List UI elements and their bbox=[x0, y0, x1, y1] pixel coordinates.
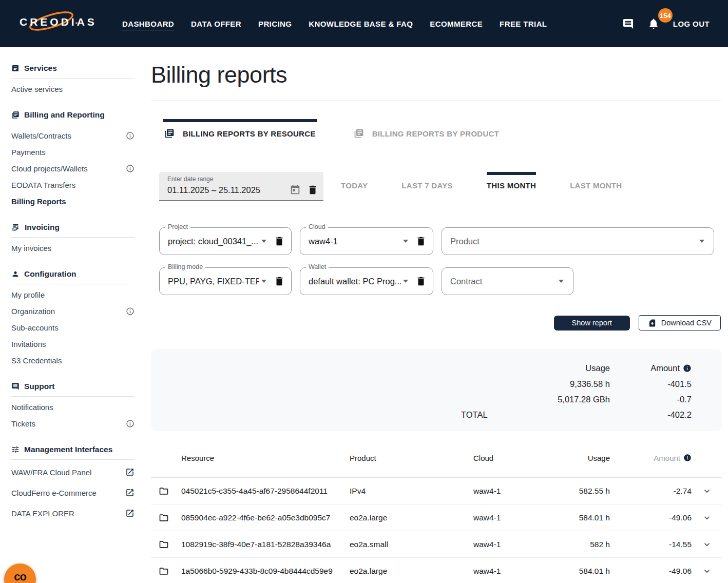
clear-date-trash-icon[interactable] bbox=[307, 184, 318, 196]
logout-button[interactable]: LOG OUT bbox=[673, 20, 710, 28]
sidebar-item-active-services[interactable]: Active services bbox=[11, 81, 135, 97]
external-link-icon bbox=[125, 468, 135, 477]
clear-project-trash-icon[interactable] bbox=[274, 236, 285, 247]
table-row: 1082919c-38f9-40e7-a181-52828a39346a eo2… bbox=[151, 531, 722, 558]
sidebar-item-my-profile[interactable]: My profile bbox=[11, 286, 135, 303]
sidebar-item-data-explorer[interactable]: DATA EXPLORER bbox=[11, 503, 135, 523]
divider bbox=[11, 237, 135, 238]
clear-wallet-trash-icon[interactable] bbox=[415, 276, 427, 287]
info-icon[interactable] bbox=[126, 307, 135, 316]
external-link-icon bbox=[125, 488, 135, 497]
external-link-icon bbox=[125, 509, 135, 518]
expand-row-icon[interactable] bbox=[692, 486, 722, 496]
date-range-input[interactable]: Enter date range 01.11.2025 – 25.11.2025 bbox=[159, 172, 323, 201]
header-cloud: Cloud bbox=[473, 454, 550, 462]
divider bbox=[11, 396, 135, 397]
header-usage: Usage bbox=[550, 454, 610, 462]
sidebar-item-payments[interactable]: Payments bbox=[11, 144, 135, 160]
wallet-select[interactable]: Wallet default wallet: PC Prog... bbox=[300, 267, 433, 295]
show-report-button[interactable]: Show report bbox=[554, 316, 630, 331]
main-content: Billing reports BILLING REPORTS BY RESOU… bbox=[151, 47, 728, 583]
summary-card: Usage Amount 9,336.58 h -401.5 5,017.28 … bbox=[151, 349, 722, 431]
clear-cloud-trash-icon[interactable] bbox=[415, 236, 427, 247]
sidebar-item-s3-credentials[interactable]: S3 Credentials bbox=[11, 352, 135, 368]
info-icon[interactable] bbox=[126, 164, 135, 173]
billing-reporting-icon bbox=[11, 111, 20, 119]
sidebar-item-organization[interactable]: Organization bbox=[11, 303, 135, 319]
folder-icon bbox=[151, 513, 181, 523]
nav-free-trial[interactable]: FREE TRIAL bbox=[500, 20, 547, 28]
support-icon bbox=[11, 382, 20, 391]
billing-mode-select[interactable]: Billing mode PPU, PAYG, FIXED-TERM bbox=[159, 267, 292, 295]
sidebar-item-cloudferro-ecommerce[interactable]: CloudFerro e-Commerce bbox=[11, 482, 135, 503]
header-resource: Resource bbox=[181, 454, 350, 462]
amount-info-icon[interactable] bbox=[683, 454, 692, 462]
info-icon[interactable] bbox=[126, 131, 135, 140]
table-row: 045021c5-c355-4a45-af67-2958644f2011 IPv… bbox=[151, 478, 722, 504]
top-navbar: CREODIAS DASHBOARD DATA OFFER PRICING KN… bbox=[0, 0, 728, 47]
feedback-comment-icon[interactable] bbox=[622, 18, 634, 30]
sidebar-item-tickets[interactable]: Tickets bbox=[11, 415, 135, 432]
sidebar-item-notifications[interactable]: Notifications bbox=[11, 399, 135, 415]
table-row: 1a5066b0-5929-433b-8c09-4b8444cd59e9 eo2… bbox=[151, 558, 722, 583]
configuration-icon bbox=[11, 270, 20, 278]
cloud-select-label: Cloud bbox=[306, 223, 328, 230]
sidebar-item-billing-reports[interactable]: Billing Reports bbox=[11, 193, 135, 209]
contract-select[interactable]: Contract bbox=[442, 267, 573, 295]
range-last-7-days[interactable]: LAST 7 DAYS bbox=[401, 172, 452, 190]
sidebar-item-cloud-projects-wallets[interactable]: Cloud projects/Wallets bbox=[11, 160, 135, 177]
divider bbox=[11, 459, 135, 460]
nav-data-offer[interactable]: DATA OFFER bbox=[191, 20, 241, 28]
table-row: 085904ec-a922-4f6e-be62-a05e3db095c7 eo2… bbox=[151, 504, 722, 531]
nav-knowledge-base[interactable]: KNOWLEDGE BASE & FAQ bbox=[309, 20, 413, 28]
nav-pricing[interactable]: PRICING bbox=[258, 20, 292, 28]
dropdown-caret-icon bbox=[559, 280, 564, 283]
sidebar-item-wallets-contracts[interactable]: Wallets/Contracts bbox=[11, 127, 135, 144]
clear-billing-mode-trash-icon[interactable] bbox=[274, 276, 285, 287]
range-last-month[interactable]: LAST MONTH bbox=[570, 172, 622, 190]
expand-row-icon[interactable] bbox=[692, 539, 722, 550]
file-download-icon bbox=[648, 319, 657, 327]
nav-dashboard[interactable]: DASHBOARD bbox=[122, 20, 174, 28]
table-header-row: Resource Product Cloud Usage Amount bbox=[151, 438, 722, 478]
dropdown-caret-icon bbox=[261, 280, 266, 283]
project-select-value: project: cloud_00341_... bbox=[168, 237, 259, 246]
creodias-logo[interactable]: CREODIAS bbox=[18, 10, 100, 37]
dropdown-caret-icon bbox=[261, 240, 266, 243]
expand-row-icon[interactable] bbox=[692, 513, 722, 523]
nav-ecommerce[interactable]: ECOMMERCE bbox=[430, 20, 483, 28]
cloud-select[interactable]: Cloud waw4-1 bbox=[300, 227, 433, 255]
download-csv-button[interactable]: Download CSV bbox=[639, 315, 721, 331]
summary-row: 9,336.58 h -401.5 bbox=[151, 376, 692, 392]
title-divider bbox=[151, 101, 722, 101]
info-icon[interactable] bbox=[126, 419, 135, 428]
sidebar-item-my-invoices[interactable]: My invoices bbox=[11, 240, 135, 256]
amount-info-icon[interactable] bbox=[683, 364, 692, 373]
sidebar-item-invitations[interactable]: Invitations bbox=[11, 336, 135, 352]
services-icon bbox=[11, 64, 20, 72]
library-books-icon bbox=[164, 128, 175, 139]
divider bbox=[11, 284, 135, 284]
tab-billing-reports-by-product[interactable]: BILLING REPORTS BY PRODUCT bbox=[353, 119, 501, 144]
calendar-icon[interactable] bbox=[290, 184, 301, 196]
summary-amount-header: Amount bbox=[610, 363, 692, 373]
dropdown-caret-icon bbox=[403, 240, 408, 243]
cloud-select-value: waw4-1 bbox=[309, 237, 401, 246]
billing-mode-select-label: Billing mode bbox=[165, 263, 205, 270]
project-select[interactable]: Project project: cloud_00341_... bbox=[159, 227, 292, 255]
product-select[interactable]: Product bbox=[442, 227, 714, 255]
date-range-value[interactable]: 01.11.2025 – 25.11.2025 bbox=[167, 185, 283, 195]
management-interfaces-icon bbox=[11, 445, 20, 454]
notifications-bell-icon[interactable] bbox=[647, 17, 660, 30]
sidebar-item-eodata-transfers[interactable]: EODATA Transfers bbox=[11, 177, 135, 193]
tab-billing-reports-by-resource[interactable]: BILLING REPORTS BY RESOURCE bbox=[163, 119, 317, 144]
product-select-placeholder: Product bbox=[450, 237, 697, 246]
expand-row-icon[interactable] bbox=[692, 566, 722, 576]
range-today[interactable]: TODAY bbox=[341, 172, 368, 190]
sidebar-item-waw-fra-cloud-panel[interactable]: WAW/FRA Cloud Panel bbox=[11, 462, 135, 482]
sidebar-item-sub-accounts[interactable]: Sub-accounts bbox=[11, 319, 135, 336]
date-range-label: Enter date range bbox=[167, 176, 318, 183]
sidebar: Services Active services Billing and Rep… bbox=[0, 47, 151, 583]
range-this-month[interactable]: THIS MONTH bbox=[487, 172, 536, 190]
logo-a-dot bbox=[75, 22, 78, 24]
